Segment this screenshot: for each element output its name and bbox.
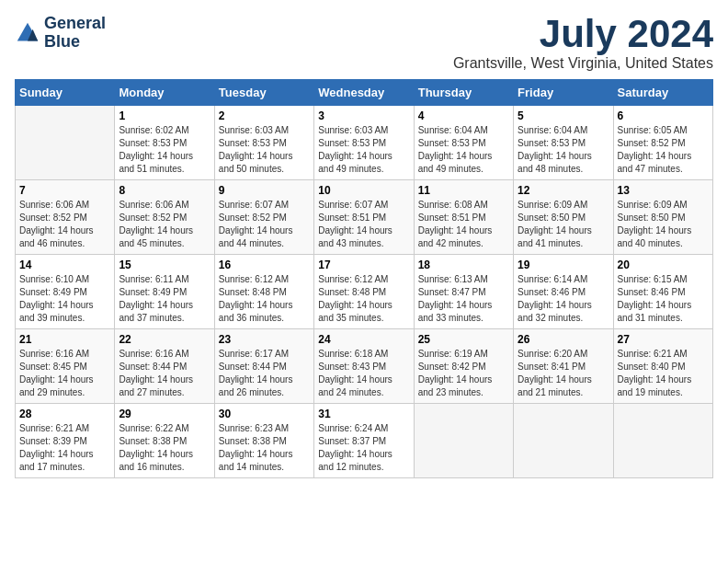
calendar-week-5: 28Sunrise: 6:21 AMSunset: 8:39 PMDayligh… (16, 404, 713, 478)
day-info: Sunrise: 6:04 AMSunset: 8:53 PMDaylight:… (418, 124, 509, 176)
day-number: 1 (119, 109, 210, 122)
calendar-cell: 19Sunrise: 6:14 AMSunset: 8:46 PMDayligh… (514, 255, 613, 329)
calendar-cell: 22Sunrise: 6:16 AMSunset: 8:44 PMDayligh… (115, 329, 214, 404)
day-number: 8 (119, 184, 210, 197)
day-number: 11 (418, 184, 509, 197)
day-number: 2 (219, 109, 310, 122)
calendar-cell: 17Sunrise: 6:12 AMSunset: 8:48 PMDayligh… (314, 255, 414, 329)
calendar-week-1: 1Sunrise: 6:02 AMSunset: 8:53 PMDaylight… (16, 106, 713, 180)
day-number: 22 (119, 333, 210, 346)
calendar-cell: 8Sunrise: 6:06 AMSunset: 8:52 PMDaylight… (115, 180, 214, 255)
day-number: 7 (19, 184, 110, 197)
calendar-cell: 5Sunrise: 6:04 AMSunset: 8:53 PMDaylight… (514, 106, 613, 180)
day-number: 6 (618, 109, 709, 122)
day-number: 17 (318, 259, 409, 271)
calendar-cell: 29Sunrise: 6:22 AMSunset: 8:38 PMDayligh… (115, 404, 214, 478)
day-info: Sunrise: 6:24 AMSunset: 8:37 PMDaylight:… (318, 422, 409, 474)
day-number: 28 (19, 408, 110, 420)
day-number: 27 (618, 333, 709, 346)
day-info: Sunrise: 6:18 AMSunset: 8:43 PMDaylight:… (318, 348, 409, 399)
day-info: Sunrise: 6:11 AMSunset: 8:49 PMDaylight:… (119, 273, 210, 325)
calendar-cell (514, 404, 613, 478)
day-info: Sunrise: 6:03 AMSunset: 8:53 PMDaylight:… (219, 124, 310, 176)
day-number: 24 (318, 333, 409, 346)
day-info: Sunrise: 6:21 AMSunset: 8:40 PMDaylight:… (618, 348, 709, 399)
day-number: 13 (618, 184, 709, 197)
day-info: Sunrise: 6:07 AMSunset: 8:51 PMDaylight:… (318, 199, 409, 250)
calendar-cell (613, 404, 712, 478)
calendar-cell: 25Sunrise: 6:19 AMSunset: 8:42 PMDayligh… (414, 329, 513, 404)
day-info: Sunrise: 6:12 AMSunset: 8:48 PMDaylight:… (318, 273, 409, 325)
title-block: July 2024 Grantsville, West Virginia, Un… (453, 15, 713, 72)
calendar-cell: 11Sunrise: 6:08 AMSunset: 8:51 PMDayligh… (414, 180, 513, 255)
day-info: Sunrise: 6:04 AMSunset: 8:53 PMDaylight:… (518, 124, 609, 176)
day-number: 3 (318, 109, 409, 122)
day-number: 16 (219, 259, 310, 271)
logo-icon (15, 20, 40, 46)
calendar-cell: 26Sunrise: 6:20 AMSunset: 8:41 PMDayligh… (514, 329, 613, 404)
day-number: 9 (219, 184, 310, 197)
calendar-week-4: 21Sunrise: 6:16 AMSunset: 8:45 PMDayligh… (16, 329, 713, 404)
calendar-cell: 15Sunrise: 6:11 AMSunset: 8:49 PMDayligh… (115, 255, 214, 329)
calendar-cell: 20Sunrise: 6:15 AMSunset: 8:46 PMDayligh… (613, 255, 712, 329)
weekday-header-saturday: Saturday (613, 80, 712, 106)
day-number: 15 (119, 259, 210, 271)
calendar-cell: 18Sunrise: 6:13 AMSunset: 8:47 PMDayligh… (414, 255, 513, 329)
weekday-header-friday: Friday (514, 80, 613, 106)
day-number: 18 (418, 259, 509, 271)
day-info: Sunrise: 6:15 AMSunset: 8:46 PMDaylight:… (618, 273, 709, 325)
weekday-header-tuesday: Tuesday (214, 80, 313, 106)
calendar-cell: 28Sunrise: 6:21 AMSunset: 8:39 PMDayligh… (16, 404, 115, 478)
day-number: 20 (618, 259, 709, 271)
weekday-header-sunday: Sunday (16, 80, 115, 106)
day-number: 4 (418, 109, 509, 122)
day-info: Sunrise: 6:16 AMSunset: 8:44 PMDaylight:… (119, 348, 210, 399)
calendar-cell: 27Sunrise: 6:21 AMSunset: 8:40 PMDayligh… (613, 329, 712, 404)
calendar-cell: 24Sunrise: 6:18 AMSunset: 8:43 PMDayligh… (314, 329, 414, 404)
calendar-cell: 23Sunrise: 6:17 AMSunset: 8:44 PMDayligh… (214, 329, 313, 404)
day-info: Sunrise: 6:20 AMSunset: 8:41 PMDaylight:… (518, 348, 609, 399)
day-number: 30 (219, 408, 310, 420)
day-number: 21 (19, 333, 110, 346)
day-info: Sunrise: 6:09 AMSunset: 8:50 PMDaylight:… (618, 199, 709, 250)
weekday-header-row: SundayMondayTuesdayWednesdayThursdayFrid… (16, 80, 713, 106)
day-info: Sunrise: 6:12 AMSunset: 8:48 PMDaylight:… (219, 273, 310, 325)
day-number: 19 (518, 259, 609, 271)
day-info: Sunrise: 6:07 AMSunset: 8:52 PMDaylight:… (219, 199, 310, 250)
day-info: Sunrise: 6:22 AMSunset: 8:38 PMDaylight:… (119, 422, 210, 474)
calendar-week-2: 7Sunrise: 6:06 AMSunset: 8:52 PMDaylight… (16, 180, 713, 255)
day-info: Sunrise: 6:17 AMSunset: 8:44 PMDaylight:… (219, 348, 310, 399)
day-info: Sunrise: 6:19 AMSunset: 8:42 PMDaylight:… (418, 348, 509, 399)
calendar-cell: 9Sunrise: 6:07 AMSunset: 8:52 PMDaylight… (214, 180, 313, 255)
calendar-cell: 4Sunrise: 6:04 AMSunset: 8:53 PMDaylight… (414, 106, 513, 180)
calendar-table: SundayMondayTuesdayWednesdayThursdayFrid… (15, 79, 713, 478)
calendar-cell: 7Sunrise: 6:06 AMSunset: 8:52 PMDaylight… (16, 180, 115, 255)
day-number: 25 (418, 333, 509, 346)
day-info: Sunrise: 6:03 AMSunset: 8:53 PMDaylight:… (318, 124, 409, 176)
location: Grantsville, West Virginia, United State… (453, 55, 713, 72)
day-number: 31 (318, 408, 409, 420)
day-number: 12 (518, 184, 609, 197)
day-number: 14 (19, 259, 110, 271)
calendar-cell (414, 404, 513, 478)
calendar-cell: 10Sunrise: 6:07 AMSunset: 8:51 PMDayligh… (314, 180, 414, 255)
calendar-cell: 6Sunrise: 6:05 AMSunset: 8:52 PMDaylight… (613, 106, 712, 180)
day-info: Sunrise: 6:05 AMSunset: 8:52 PMDaylight:… (618, 124, 709, 176)
calendar-cell: 16Sunrise: 6:12 AMSunset: 8:48 PMDayligh… (214, 255, 313, 329)
weekday-header-thursday: Thursday (414, 80, 513, 106)
day-info: Sunrise: 6:21 AMSunset: 8:39 PMDaylight:… (19, 422, 110, 474)
calendar-cell: 13Sunrise: 6:09 AMSunset: 8:50 PMDayligh… (613, 180, 712, 255)
calendar-cell: 1Sunrise: 6:02 AMSunset: 8:53 PMDaylight… (115, 106, 214, 180)
weekday-header-monday: Monday (115, 80, 214, 106)
calendar-cell: 31Sunrise: 6:24 AMSunset: 8:37 PMDayligh… (314, 404, 414, 478)
weekday-header-wednesday: Wednesday (314, 80, 414, 106)
day-info: Sunrise: 6:02 AMSunset: 8:53 PMDaylight:… (119, 124, 210, 176)
day-number: 23 (219, 333, 310, 346)
page-header: General Blue July 2024 Grantsville, West… (15, 15, 713, 72)
logo: General Blue (15, 15, 106, 52)
calendar-cell: 12Sunrise: 6:09 AMSunset: 8:50 PMDayligh… (514, 180, 613, 255)
calendar-cell: 3Sunrise: 6:03 AMSunset: 8:53 PMDaylight… (314, 106, 414, 180)
calendar-cell (16, 106, 115, 180)
day-number: 5 (518, 109, 609, 122)
calendar-cell: 21Sunrise: 6:16 AMSunset: 8:45 PMDayligh… (16, 329, 115, 404)
